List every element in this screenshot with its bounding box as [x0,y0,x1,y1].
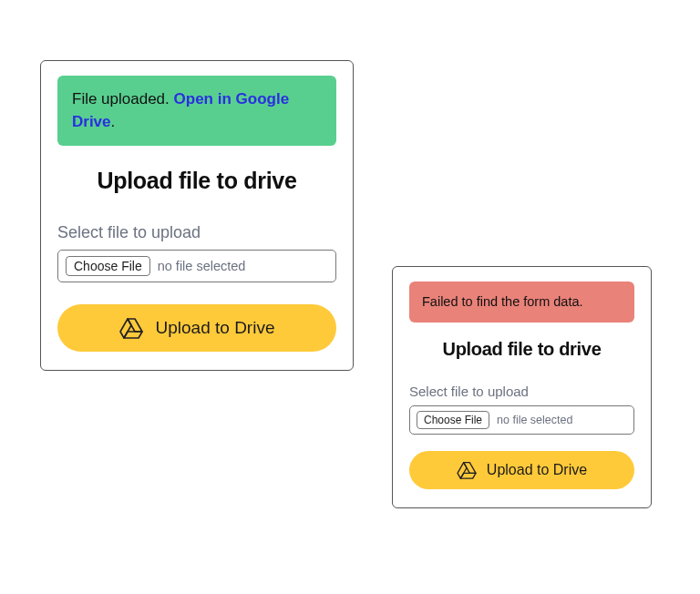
file-select-label: Select file to upload [409,384,634,399]
file-status-text: no file selected [497,414,572,426]
file-select-label: Select file to upload [57,223,336,242]
status-banner-error: Failed to find the form data. [409,282,634,323]
upload-to-drive-button[interactable]: Upload to Drive [409,451,634,489]
file-input[interactable]: Choose File no file selected [57,250,336,282]
google-drive-icon [457,461,477,479]
choose-file-button[interactable]: Choose File [66,256,150,276]
choose-file-button[interactable]: Choose File [417,411,489,429]
upload-button-label: Upload to Drive [487,462,587,478]
upload-to-drive-button[interactable]: Upload to Drive [57,304,336,352]
card-heading: Upload file to drive [57,168,336,194]
banner-text-prefix: File uploaded. [72,90,174,108]
upload-card-success: File uploaded. Open in Google Drive. Upl… [40,60,354,371]
file-input[interactable]: Choose File no file selected [409,405,634,435]
upload-card-error: Failed to find the form data. Upload fil… [392,266,652,508]
card-heading: Upload file to drive [409,339,634,360]
banner-error-text: Failed to find the form data. [422,294,583,309]
upload-button-label: Upload to Drive [156,318,275,338]
banner-text-suffix: . [111,113,116,130]
status-banner-success: File uploaded. Open in Google Drive. [57,76,336,146]
google-drive-icon [119,317,143,339]
file-status-text: no file selected [158,259,246,273]
